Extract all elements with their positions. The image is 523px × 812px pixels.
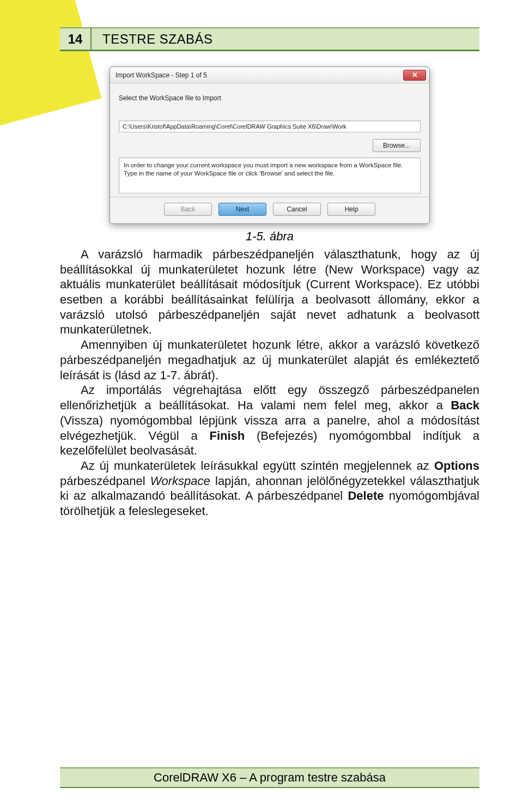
page-footer: CorelDRAW X6 – A program testre szabása (60, 767, 479, 788)
screenshot-figure: Import WorkSpace - Step 1 of 5 ✕ Select … (60, 66, 479, 224)
help-button[interactable]: Help (327, 203, 375, 216)
body-text: A varázsló harmadik párbeszédpaneljén vá… (60, 247, 479, 519)
back-bold: Back (451, 398, 479, 412)
dialog-separator (110, 197, 429, 197)
dialog-instruction: Select the WorkSpace file to Import (119, 94, 421, 102)
dialog-info-text: In order to change your current workspac… (119, 157, 421, 193)
dialog-title: Import WorkSpace - Step 1 of 5 (115, 71, 207, 79)
browse-button[interactable]: Browse... (373, 139, 421, 152)
dialog-titlebar: Import WorkSpace - Step 1 of 5 ✕ (110, 67, 429, 83)
close-button[interactable]: ✕ (403, 70, 426, 81)
paragraph-3a: Az importálás végrehajtása előtt egy öss… (60, 383, 479, 412)
paragraph-4a: Az új munkaterületek leírásukkal együtt … (81, 459, 434, 472)
workspace-path-input[interactable]: C:\Users\Kristof\AppData\Roaming\Corel\C… (119, 120, 421, 132)
back-button[interactable]: Back (164, 203, 212, 216)
delete-bold: Delete (348, 489, 384, 502)
page-title: TESTRE SZABÁS (92, 32, 213, 47)
cancel-button[interactable]: Cancel (273, 203, 321, 216)
paragraph-2: Amennyiben új munkaterületet hozunk létr… (60, 338, 479, 381)
import-workspace-dialog: Import WorkSpace - Step 1 of 5 ✕ Select … (110, 66, 430, 224)
finish-bold: Finish (209, 429, 245, 443)
footer-text: CorelDRAW X6 – A program testre szabása (154, 771, 386, 785)
page-number: 14 (60, 28, 92, 50)
paragraph-1: A varázsló harmadik párbeszédpaneljén vá… (60, 247, 479, 337)
paragraph-4b: párbeszédpanel (60, 474, 150, 488)
workspace-italic: Workspace (150, 474, 210, 488)
next-button[interactable]: Next (218, 203, 266, 216)
close-icon: ✕ (412, 71, 418, 79)
options-bold: Options (434, 459, 479, 472)
figure-caption: 1-5. ábra (60, 229, 479, 244)
page-header: 14 TESTRE SZABÁS (60, 27, 479, 51)
